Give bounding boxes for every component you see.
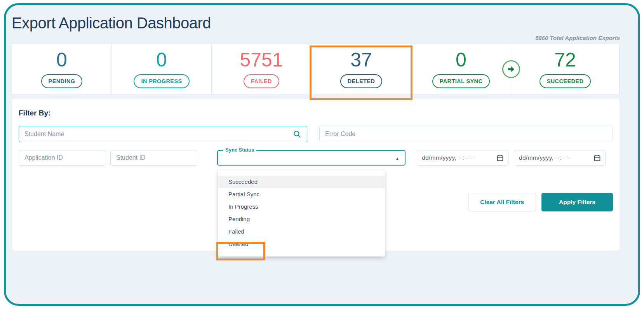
stat-succeeded[interactable]: 72 SUCCEEDED — [511, 44, 620, 94]
dashboard-frame: Export Application Dashboard 5860 Total … — [4, 3, 640, 306]
stat-deleted-value: 37 — [350, 50, 372, 70]
filter-card: Filter By: — [12, 98, 620, 251]
stat-in-progress[interactable]: 0 IN PROGRESS — [112, 44, 212, 94]
stat-failed-value: 5751 — [240, 50, 283, 70]
dashboard-content: Export Application Dashboard 5860 Total … — [6, 5, 638, 251]
error-code-input[interactable] — [325, 131, 607, 138]
student-id-field[interactable] — [110, 150, 197, 166]
stat-pending-pill[interactable]: PENDING — [41, 74, 83, 88]
menu-item-failed[interactable]: Failed — [218, 225, 385, 238]
stat-in-progress-pill[interactable]: IN PROGRESS — [134, 74, 189, 88]
date-from-field[interactable]: dd/mm/yyyy, --:-- -- — [417, 150, 508, 166]
stat-succeeded-pill[interactable]: SUCCEEDED — [540, 74, 591, 88]
menu-item-pending[interactable]: Pending — [218, 213, 385, 225]
calendar-icon[interactable] — [594, 155, 600, 161]
stat-partial-sync-value: 0 — [456, 50, 466, 70]
menu-item-succeeded[interactable]: Succeeded — [218, 176, 385, 188]
stat-failed-pill[interactable]: FAILED — [244, 74, 279, 88]
date-gap — [508, 150, 514, 166]
arrow-right-circle-icon — [502, 60, 520, 78]
sync-status-label: Sync Status — [223, 147, 256, 153]
filter-row-1 — [19, 126, 613, 142]
page-title: Export Application Dashboard — [12, 14, 632, 32]
stat-pending-value: 0 — [56, 50, 67, 70]
filter-heading: Filter By: — [19, 109, 613, 117]
menu-item-deleted[interactable]: Deleted — [218, 238, 385, 250]
stat-succeeded-value: 72 — [554, 50, 576, 70]
chevron-up-icon[interactable]: ▲ — [395, 156, 399, 161]
stat-failed[interactable]: 5751 FAILED — [212, 44, 312, 94]
date-to-placeholder: dd/mm/yyyy, --:-- -- — [519, 154, 572, 161]
application-id-input[interactable] — [24, 154, 100, 161]
application-id-field[interactable] — [19, 150, 106, 166]
clear-all-filters-button[interactable]: Clear All Filters — [468, 193, 536, 211]
search-icon[interactable] — [293, 130, 301, 138]
stat-pending[interactable]: 0 PENDING — [12, 44, 112, 94]
apply-filters-button[interactable]: Apply Filters — [541, 193, 613, 211]
stat-partial-sync-pill[interactable]: PARTIAL SYNC — [432, 74, 490, 88]
calendar-icon[interactable] — [497, 155, 503, 161]
stats-bar: 0 PENDING 0 IN PROGRESS 5751 FAILED 37 D… — [12, 44, 620, 94]
sync-status-menu: Succeeded Partial Sync In Progress Pendi… — [218, 170, 385, 257]
student-name-field[interactable] — [19, 126, 307, 142]
student-id-input[interactable] — [116, 154, 191, 161]
student-name-input[interactable] — [24, 131, 293, 138]
sync-status-select[interactable]: Sync Status ▲ Succeeded Partial Sync In … — [217, 150, 406, 166]
filter-row-2: Sync Status ▲ Succeeded Partial Sync In … — [19, 150, 613, 166]
stat-in-progress-value: 0 — [156, 50, 167, 70]
stat-deleted[interactable]: 37 DELETED — [312, 44, 411, 94]
error-code-field[interactable] — [319, 126, 613, 142]
stat-partial-sync[interactable]: 0 PARTIAL SYNC — [411, 44, 511, 94]
stat-deleted-pill[interactable]: DELETED — [340, 74, 382, 88]
menu-item-partial-sync[interactable]: Partial Sync — [218, 188, 385, 201]
date-to-field[interactable]: dd/mm/yyyy, --:-- -- — [514, 150, 606, 166]
menu-item-in-progress[interactable]: In Progress — [218, 201, 385, 213]
date-from-placeholder: dd/mm/yyyy, --:-- -- — [422, 154, 475, 161]
total-exports-caption: 5860 Total Application Exports — [12, 35, 620, 41]
